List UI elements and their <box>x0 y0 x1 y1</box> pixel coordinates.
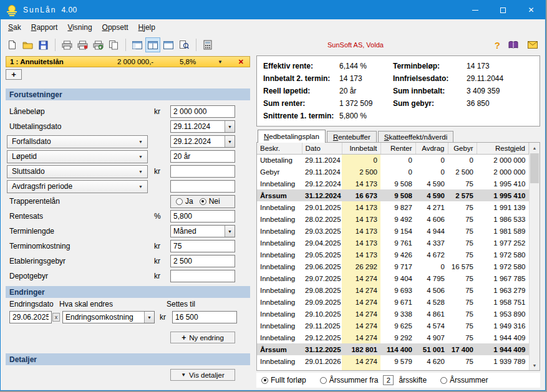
cell-dato: 31.12.2025 <box>302 343 342 355</box>
table-row[interactable]: Innbetaling28.02.202614 2749 2574 942751… <box>257 367 529 370</box>
chevron-down-icon[interactable]: ▼ <box>144 312 154 323</box>
lopetid-input[interactable] <box>170 150 235 163</box>
menu-item-oppsett[interactable]: Oppsett <box>97 21 133 34</box>
menu-item-visning[interactable]: Visning <box>62 21 97 34</box>
minimize-button[interactable] <box>461 1 489 19</box>
column-header-innbetalt[interactable]: Innbetalt <box>342 143 380 154</box>
menu-item-rapport[interactable]: Rapport <box>26 21 63 34</box>
table-row[interactable]: Innbetaling29.10.202514 2749 3384 861751… <box>257 308 529 320</box>
layout-full-icon[interactable] <box>161 37 176 52</box>
sluttsaldo-selector-button[interactable]: Sluttsaldo ▼ <box>7 165 148 178</box>
cell-beskr: Innbetaling <box>257 332 302 343</box>
avdragsfri-periode-selector-button[interactable]: Avdragsfri periode ▼ <box>7 180 148 193</box>
print-preview-icon[interactable] <box>90 37 105 52</box>
close-button[interactable]: ✕ <box>517 1 545 19</box>
footer-option-rssummer-fra[interactable]: Årssummer fraårsskifte <box>320 375 427 385</box>
terminomkostning-input[interactable] <box>170 240 235 252</box>
lanebelop-input[interactable] <box>170 105 235 118</box>
arsskifte-input[interactable] <box>383 375 394 385</box>
column-header-avdrag[interactable]: Avdrag <box>415 143 448 154</box>
ny-endring-button[interactable]: + Ny endring <box>170 332 235 343</box>
clear-endring-button[interactable]: x <box>52 313 60 322</box>
chevron-down-icon[interactable]: ▼ <box>225 226 235 237</box>
open-folder-icon[interactable] <box>20 37 35 52</box>
save-icon[interactable] <box>36 37 51 52</box>
chevron-down-icon[interactable]: ▼ <box>212 59 228 65</box>
table-row[interactable]: Innbetaling29.04.202514 1739 7614 337751… <box>257 237 529 249</box>
print-setup-icon[interactable] <box>75 37 90 52</box>
table-row[interactable]: Innbetaling29.07.202514 2749 4044 795751… <box>257 272 529 284</box>
column-header-restgjeld[interactable]: Restgjeld <box>477 143 529 154</box>
column-header-beskr[interactable]: Beskr. <box>257 143 302 154</box>
layout-left-pane-icon[interactable] <box>130 37 145 52</box>
menu-item-hjelp[interactable]: Hjelp <box>133 21 160 34</box>
cell-avdrag: 4 506 <box>415 284 448 296</box>
trapperentelan-option-ja[interactable]: Ja <box>176 197 193 206</box>
column-header-gebyr[interactable]: Gebyr <box>448 143 477 154</box>
utbetalingsdato-combo[interactable]: ▼ <box>170 120 235 133</box>
tab-rentebuffer[interactable]: Rentebuffer <box>327 131 377 142</box>
column-header-dato[interactable]: Dato <box>302 143 342 154</box>
lopetid-selector-button[interactable]: Løpetid ▼ <box>7 150 148 163</box>
layout-split-icon[interactable] <box>145 37 160 52</box>
table-row[interactable]: Årssum31.12.202416 6739 5084 5902 5751 9… <box>257 189 529 201</box>
table-row[interactable]: Innbetaling29.08.202514 2749 6934 506751… <box>257 284 529 296</box>
terminomkostning-label: Terminomkostning <box>7 242 154 251</box>
avdragsfri-periode-input[interactable] <box>170 180 235 193</box>
window-controls: ✕ <box>461 1 545 19</box>
table-row[interactable]: Innbetaling29.11.202514 2749 6254 574751… <box>257 320 529 332</box>
table-row[interactable]: Gebyr29.11.20242 500002 5002 000 000 <box>257 166 529 178</box>
footer-option-rssummer[interactable]: Årssummer <box>440 376 488 385</box>
tab-nedbetalingsplan[interactable]: Nedbetalingsplan <box>258 130 326 143</box>
table-row[interactable]: Innbetaling29.12.202514 2749 2924 907751… <box>257 332 529 343</box>
print-icon[interactable] <box>59 37 74 52</box>
calculator-icon[interactable] <box>200 37 215 52</box>
depotgebyr-input[interactable] <box>170 270 235 282</box>
table-row[interactable]: Innbetaling29.12.202414 1739 5084 590751… <box>257 178 529 189</box>
vis-detaljer-button[interactable]: ▼ Vis detaljer <box>170 369 235 381</box>
copy-icon[interactable] <box>106 37 121 52</box>
table-row[interactable]: Innbetaling29.05.202514 1739 4264 672751… <box>257 249 529 261</box>
tab-skatteeffekt-n-verdi[interactable]: Skatteeffekt/nåverdi <box>378 131 453 142</box>
loan-selector-bar[interactable]: 1 : Annuitetslån 2 000 000,- 5,8% ▼ ✕ <box>6 56 250 67</box>
scrollbar-thumb[interactable] <box>530 153 539 183</box>
settes-til-input[interactable] <box>172 311 237 323</box>
forfallsdato-selector-button[interactable]: Forfallsdato ▼ <box>7 135 148 148</box>
add-loan-button[interactable]: + <box>6 69 22 80</box>
table-row[interactable]: Innbetaling29.06.202526 2929 717016 5751… <box>257 261 529 272</box>
table-row[interactable]: Innbetaling28.02.202514 1739 4924 606751… <box>257 213 529 225</box>
hva-skal-endres-combo[interactable]: ▼ <box>62 311 155 323</box>
manual-book-icon[interactable] <box>508 40 519 50</box>
table-row[interactable]: Innbetaling29.01.202614 2749 5794 620751… <box>257 355 529 367</box>
cell-innbetalt: 26 292 <box>342 261 380 272</box>
email-icon[interactable] <box>527 41 538 49</box>
close-loan-button[interactable]: ✕ <box>233 58 249 66</box>
trapperentelan-option-nei[interactable]: Nei <box>200 197 220 206</box>
column-header-renter[interactable]: Renter <box>380 143 415 154</box>
terminlengde-combo[interactable]: ▼ <box>170 225 235 237</box>
table-row[interactable]: Utbetaling29.11.202400002 000 000 <box>257 154 529 166</box>
table-row[interactable]: Innbetaling29.09.202514 2749 6714 528751… <box>257 296 529 308</box>
maximize-button[interactable] <box>489 1 517 19</box>
sluttsaldo-input[interactable] <box>170 165 235 178</box>
vis-detaljer-label: Vis detaljer <box>189 371 225 379</box>
chevron-down-icon[interactable]: ▼ <box>225 121 235 132</box>
cell-gebyr: 75 <box>448 355 477 367</box>
scroll-down-icon[interactable]: ▼ <box>530 360 540 370</box>
scroll-up-icon[interactable]: ▲ <box>530 143 540 153</box>
table-row[interactable]: Innbetaling29.01.202514 1739 8274 271751… <box>257 201 529 213</box>
help-icon[interactable]: ? <box>495 40 500 50</box>
zoom-document-icon[interactable] <box>177 37 191 52</box>
chevron-down-icon[interactable]: ▼ <box>225 136 235 147</box>
footer-option-fullt-forl-p[interactable]: Fullt forløp <box>261 376 306 385</box>
menu-item-sak[interactable]: Sak <box>3 21 26 34</box>
vertical-scrollbar[interactable]: ▲ ▼ <box>529 143 540 370</box>
table-row[interactable]: Årssum31.12.2025182 801114 40051 00117 4… <box>257 343 529 355</box>
table-row[interactable]: Innbetaling29.03.202514 1739 1544 944751… <box>257 225 529 237</box>
hva-skal-endres-input[interactable] <box>62 311 155 323</box>
etableringsgebyr-input[interactable] <box>170 255 235 267</box>
endringsdato-input[interactable] <box>9 311 52 323</box>
new-document-icon[interactable] <box>4 37 19 52</box>
forfallsdato-combo[interactable]: ▼ <box>170 135 235 148</box>
rentesats-input[interactable] <box>170 210 235 222</box>
